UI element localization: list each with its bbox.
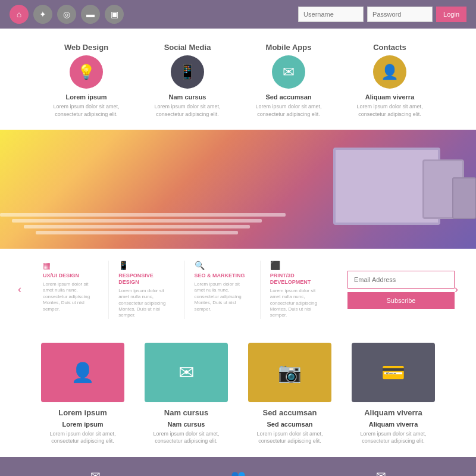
service-label-seo: SEO & Marketing	[195, 273, 250, 279]
hero-section	[0, 130, 476, 249]
card-item-1: ✉ Nam cursus Nam cursus Lorem ipsum dolo…	[145, 343, 228, 445]
card-item-2: 📷 Sed accumsan Sed accumsan Lorem ipsum …	[248, 343, 331, 445]
username-input[interactable]	[298, 7, 364, 22]
service-desc-responsive: Lorem ipsum dolor sit amet nulla nunc, c…	[118, 288, 174, 319]
service-item-uxui: ▦ UX/UI Design Lorem ipsum dolor sit ame…	[33, 261, 109, 319]
service-label-print: Print/3D Development	[270, 273, 326, 286]
nav-icons: ⌂ ✦ ◎ ▬ ▣	[10, 5, 124, 24]
feature-item-socialmedia: Social Media 📱 Nam cursus Lorem ipsum do…	[146, 43, 229, 118]
features-section: Web Design 💡 Lorem ipsum Lorem ipsum dol…	[0, 29, 476, 130]
site-footer: ✉ Subscribe Get Newsletters Subscribe 👥 …	[0, 457, 476, 476]
feature-text-webdesign: Lorem ipsum dolor sit amet, consectetur …	[45, 103, 128, 118]
card-icon-3: 💳	[352, 343, 435, 402]
feature-subtitle-webdesign: Lorem ipsum	[45, 93, 128, 101]
services-list: ▦ UX/UI Design Lorem ipsum dolor sit ame…	[33, 261, 336, 319]
webdesign-icon: 💡	[70, 55, 103, 89]
footer-email: ✉ Email Contact Us hello@domain.info hel…	[321, 469, 440, 476]
card-text-0: Lorem ipsum dolor sit amet, consectetur …	[41, 430, 124, 445]
feature-title-mobileapps: Mobile Apps	[247, 43, 330, 52]
card-subtitle-3: Aliquam viverra	[352, 421, 435, 428]
follow-icon: 👥	[178, 469, 298, 476]
card-title-3: Aliquam viverra	[352, 408, 435, 417]
feature-item-webdesign: Web Design 💡 Lorem ipsum Lorem ipsum dol…	[45, 43, 128, 118]
cards-section: 👤 Lorem ipsum Lorem ipsum Lorem ipsum do…	[0, 331, 476, 457]
feature-text-mobileapps: Lorem ipsum dolor sit amet, consectetur …	[247, 103, 330, 118]
card-subtitle-2: Sed accumsan	[248, 421, 331, 428]
services-row: ‹ ▦ UX/UI Design Lorem ipsum dolor sit a…	[0, 249, 476, 331]
hero-decoration	[0, 213, 298, 237]
tools-icon[interactable]: ✦	[33, 5, 52, 24]
card-title-0: Lorem ipsum	[41, 408, 124, 417]
socialmedia-icon: 📱	[171, 55, 204, 89]
feature-subtitle-mobileapps: Sed accumsan	[247, 93, 330, 101]
feature-subtitle-contacts: Aliquam viverra	[348, 93, 431, 101]
feature-subtitle-socialmedia: Nam cursus	[146, 93, 229, 101]
mobileapps-icon: ✉	[272, 55, 305, 89]
card-text-2: Lorem ipsum dolor sit amet, consectetur …	[248, 430, 331, 445]
card-title-2: Sed accumsan	[248, 408, 331, 417]
card-subtitle-1: Nam cursus	[145, 421, 228, 428]
home-icon[interactable]: ⌂	[10, 5, 29, 24]
feature-text-socialmedia: Lorem ipsum dolor sit amet, consectetur …	[146, 103, 229, 118]
service-desc-seo: Lorem ipsum dolor sit amet nulla nunc, c…	[195, 281, 250, 312]
card-text-1: Lorem ipsum dolor sit amet, consectetur …	[145, 430, 228, 445]
email-signup: Subscribe	[347, 271, 455, 309]
prev-button[interactable]: ‹	[18, 283, 21, 296]
auth-area: Login	[298, 7, 466, 22]
footer-follow: 👥 Follow Us On Social Networks Lorem ips…	[178, 469, 298, 476]
key-icon[interactable]: ▬	[81, 5, 100, 24]
feature-title-contacts: Contacts	[348, 43, 431, 52]
subscribe-icon: ✉	[36, 469, 155, 476]
feature-title-webdesign: Web Design	[45, 43, 128, 52]
subscribe-button[interactable]: Subscribe	[347, 292, 455, 309]
feature-item-contacts: Contacts 👤 Aliquam viverra Lorem ipsum d…	[348, 43, 431, 118]
service-item-responsive: 📱 Responsive Design Lorem ipsum dolor si…	[109, 261, 184, 319]
email-address-input[interactable]	[347, 271, 455, 289]
card-icon-2: 📷	[248, 343, 331, 402]
print-icon[interactable]: ▣	[105, 5, 124, 24]
card-item-0: 👤 Lorem ipsum Lorem ipsum Lorem ipsum do…	[41, 343, 124, 445]
feature-title-socialmedia: Social Media	[146, 43, 229, 52]
phone-device	[452, 177, 476, 219]
contacts-icon: 👤	[373, 55, 406, 89]
login-button[interactable]: Login	[436, 7, 466, 22]
print3d-icon: ⬛	[270, 261, 326, 270]
seo-icon: 🔍	[195, 261, 250, 270]
password-input[interactable]	[367, 7, 433, 22]
feature-item-mobileapps: Mobile Apps ✉ Sed accumsan Lorem ipsum d…	[247, 43, 330, 118]
card-title-1: Nam cursus	[145, 408, 228, 417]
service-item-print: ⬛ Print/3D Development Lorem ipsum dolor…	[261, 261, 336, 319]
next-button[interactable]: ›	[455, 283, 458, 296]
card-text-3: Lorem ipsum dolor sit amet, consectetur …	[352, 430, 435, 445]
uxui-icon: ▦	[43, 261, 99, 270]
service-item-seo: 🔍 SEO & Marketing Lorem ipsum dolor sit …	[185, 261, 261, 319]
service-label-responsive: Responsive Design	[118, 273, 174, 286]
service-label-uxui: UX/UI Design	[43, 273, 99, 279]
card-subtitle-0: Lorem ipsum	[41, 421, 124, 428]
card-item-3: 💳 Aliquam viverra Aliquam viverra Lorem …	[352, 343, 435, 445]
responsive-icon: 📱	[118, 261, 174, 270]
service-desc-print: Lorem ipsum dolor sit amet nulla nunc, c…	[270, 288, 326, 319]
card-icon-0: 👤	[41, 343, 124, 402]
hero-devices	[274, 142, 476, 249]
email-icon: ✉	[321, 469, 440, 476]
card-icon-1: ✉	[145, 343, 228, 402]
footer-subscribe: ✉ Subscribe Get Newsletters Subscribe	[36, 469, 155, 476]
service-desc-uxui: Lorem ipsum dolor sit amet nulla nunc, c…	[43, 281, 99, 312]
feature-text-contacts: Lorem ipsum dolor sit amet, consectetur …	[348, 103, 431, 118]
camera-icon[interactable]: ◎	[57, 5, 76, 24]
site-header: ⌂ ✦ ◎ ▬ ▣ Login	[0, 0, 476, 29]
